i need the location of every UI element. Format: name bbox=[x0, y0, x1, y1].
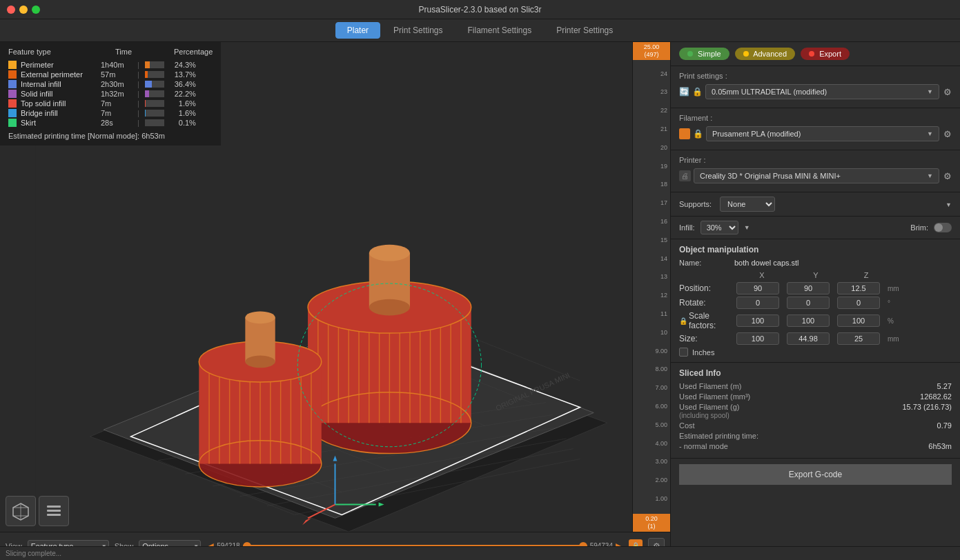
stats-row-skirt: Skirt 28s | 0.1% bbox=[8, 118, 213, 128]
cost-label: Cost bbox=[679, 421, 937, 430]
stats-row-internal-infill: Internal infill 2h30m | 36.4% bbox=[8, 79, 213, 89]
cost-row: Cost 0.79 bbox=[679, 421, 952, 430]
infill-select[interactable]: 30% 0% 10% 20% 40% 50% bbox=[701, 221, 738, 234]
bridge-name: Bridge infill bbox=[21, 109, 97, 117]
app-title: PrusaSlicer-2.3.0 based on Slic3r bbox=[418, 5, 541, 14]
solid-infill-name: Solid infill bbox=[21, 90, 97, 98]
svg-rect-56 bbox=[245, 317, 275, 361]
ruler-21: 21 bbox=[660, 126, 667, 132]
printer-section: Printer : 🖨 Creality 3D * Original Prusa… bbox=[671, 150, 960, 192]
stats-overlay: Feature type Time Percentage Perimeter 1… bbox=[0, 42, 221, 146]
object-manipulation-section: Object manipulation Name: both dowel cap… bbox=[671, 239, 960, 363]
export-dot bbox=[809, 51, 814, 57]
z-header: Z bbox=[842, 271, 890, 279]
tab-print-settings[interactable]: Print Settings bbox=[382, 22, 454, 39]
position-y-input[interactable] bbox=[787, 282, 830, 294]
printer-gear[interactable]: ⚙ bbox=[943, 171, 952, 181]
size-row: Size: mm bbox=[679, 332, 952, 345]
object-name-row: Name: both dowel caps.stl bbox=[679, 259, 952, 267]
scale-y-input[interactable] bbox=[787, 314, 830, 327]
window-controls bbox=[7, 6, 40, 14]
used-filament-m-value: 5.27 bbox=[937, 382, 952, 390]
inches-checkbox[interactable] bbox=[679, 348, 688, 357]
infill-select-wrapper: 30% 0% 10% 20% 40% 50% bbox=[701, 221, 738, 234]
svg-point-57 bbox=[245, 312, 275, 324]
svg-point-38 bbox=[369, 245, 410, 261]
print-settings-dropdown[interactable]: 0.05mm ULTRADETAIL (modified) ▼ bbox=[705, 84, 939, 99]
est-time-label: Estimated printing time: bbox=[679, 432, 952, 440]
feature-type-header: Feature type bbox=[8, 48, 88, 56]
filament-section: Filament : 🔒 Prusament PLA (modified) ▼ … bbox=[671, 108, 960, 150]
supports-select[interactable]: None Support on build plate only Everywh… bbox=[720, 197, 775, 212]
simple-mode-button[interactable]: Simple bbox=[679, 48, 729, 60]
name-label: Name: bbox=[679, 259, 734, 267]
top-solid-time: 7m bbox=[101, 99, 132, 108]
minimize-button[interactable] bbox=[19, 6, 28, 14]
export-mode-button[interactable]: Export bbox=[801, 48, 850, 60]
brim-toggle-knob bbox=[934, 223, 943, 232]
ext-perimeter-pct: 13.7% bbox=[168, 70, 196, 79]
brim-toggle[interactable] bbox=[934, 223, 952, 232]
size-y-input[interactable] bbox=[787, 332, 830, 345]
size-z-input[interactable] bbox=[837, 332, 880, 345]
ruler-6: 6.00 bbox=[655, 403, 667, 410]
print-settings-gear[interactable]: ⚙ bbox=[943, 87, 952, 97]
perspective-view-button[interactable] bbox=[6, 496, 36, 526]
mode-bar: Simple Advanced Export bbox=[671, 42, 960, 66]
scale-unit: % bbox=[888, 317, 908, 325]
ruler-13: 13 bbox=[660, 273, 667, 280]
stats-row-external-perimeter: External perimeter 57m | 13.7% bbox=[8, 70, 213, 79]
tab-filament-settings[interactable]: Filament Settings bbox=[455, 22, 543, 39]
top-solid-bar bbox=[145, 100, 164, 107]
print-settings-row: 🔄 🔒 0.05mm ULTRADETAIL (modified) ▼ ⚙ bbox=[679, 84, 952, 99]
normal-mode-value: 6h53m bbox=[928, 442, 952, 450]
size-label: Size: bbox=[679, 334, 734, 343]
bridge-time: 7m bbox=[101, 109, 132, 117]
used-filament-g-label: Used Filament (g)(including spool) bbox=[679, 403, 902, 419]
maximize-button[interactable] bbox=[32, 6, 40, 14]
size-x-input[interactable] bbox=[736, 332, 779, 345]
tab-plater[interactable]: Plater bbox=[335, 22, 380, 39]
rotate-z-input[interactable] bbox=[837, 297, 880, 309]
cube-icon bbox=[10, 501, 31, 521]
ruler-1: 1.00 bbox=[655, 495, 667, 502]
int-infill-name: Internal infill bbox=[21, 80, 97, 88]
ruler-5: 5.00 bbox=[655, 421, 667, 428]
svg-rect-71 bbox=[47, 506, 61, 508]
int-infill-pct: 36.4% bbox=[168, 80, 196, 88]
svg-rect-73 bbox=[47, 514, 61, 516]
position-x-input[interactable] bbox=[736, 282, 779, 294]
rotate-y-input[interactable] bbox=[787, 297, 830, 309]
bridge-bar bbox=[145, 110, 164, 117]
ext-perimeter-time: 57m bbox=[101, 70, 132, 79]
position-z-input[interactable] bbox=[837, 282, 880, 294]
skirt-bar bbox=[145, 119, 164, 126]
advanced-mode-button[interactable]: Advanced bbox=[735, 48, 795, 60]
used-filament-mm3-label: Used Filament (mm³) bbox=[679, 392, 920, 401]
supports-dropdown-arrow[interactable]: ▼ bbox=[946, 201, 952, 208]
ruler-24: 24 bbox=[660, 70, 667, 77]
close-button[interactable] bbox=[7, 6, 15, 14]
filament-gear[interactable]: ⚙ bbox=[943, 129, 952, 139]
printer-dropdown[interactable]: Creality 3D * Original Prusa MINI & MINI… bbox=[694, 168, 939, 183]
filament-dropdown[interactable]: Prusament PLA (modified) ▼ bbox=[706, 126, 939, 141]
tab-printer-settings[interactable]: Printer Settings bbox=[545, 22, 625, 39]
filament-lock-icon: 🔒 bbox=[693, 129, 703, 139]
layer-view-button[interactable] bbox=[39, 496, 69, 526]
brim-label: Brim: bbox=[910, 223, 928, 232]
ruler-16: 16 bbox=[660, 218, 667, 225]
rotate-unit: ° bbox=[888, 299, 908, 307]
ruler-18: 18 bbox=[660, 181, 667, 188]
ruler-bottom-label: 0.20(1) bbox=[633, 514, 670, 532]
scale-z-input[interactable] bbox=[837, 314, 880, 327]
scale-x-input[interactable] bbox=[736, 314, 779, 327]
rotate-row: Rotate: ° bbox=[679, 297, 952, 309]
ruler-11: 11 bbox=[660, 310, 667, 317]
cost-value: 0.79 bbox=[937, 421, 952, 430]
export-gcode-button[interactable]: Export G-code bbox=[679, 464, 952, 485]
scale-lock-icon[interactable]: 🔒 bbox=[679, 317, 687, 325]
filament-row: 🔒 Prusament PLA (modified) ▼ ⚙ bbox=[679, 126, 952, 141]
rotate-x-input[interactable] bbox=[736, 297, 779, 309]
stats-header: Feature type Time Percentage bbox=[8, 48, 213, 57]
est-time-row: Estimated printing time: bbox=[679, 432, 952, 440]
